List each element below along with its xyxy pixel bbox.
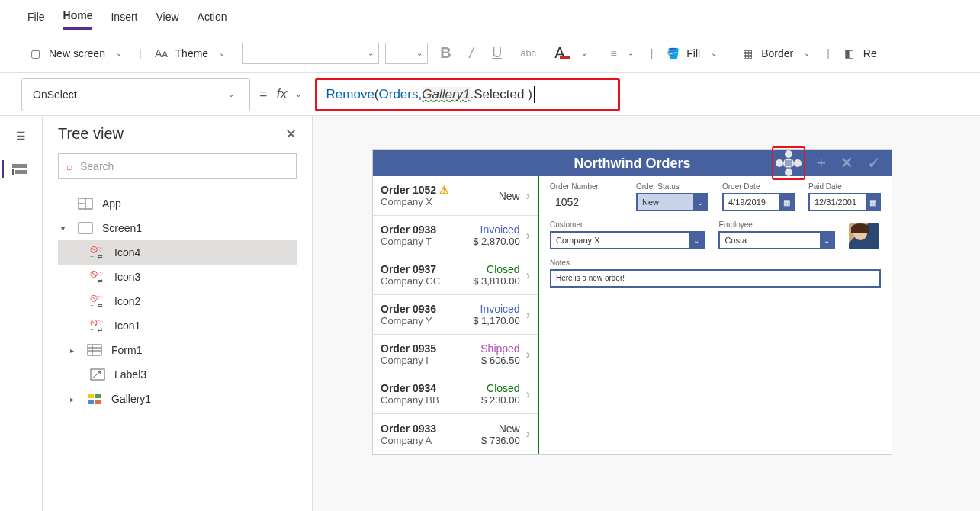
select-value: Company X [556, 236, 599, 245]
field-label: Notes [550, 259, 881, 267]
menu-file[interactable]: File [27, 5, 45, 29]
rail-tree-view[interactable] [2, 160, 31, 178]
theme-icon: Aᴀ [154, 47, 169, 59]
svg-text:♡: ♡ [98, 246, 103, 253]
svg-text:♡: ♡ [98, 295, 103, 302]
orders-gallery[interactable]: Order 1052⚠Company XNew›Order 0938Compan… [373, 176, 539, 454]
expand-icon[interactable]: ▸ [70, 395, 78, 403]
fx-button[interactable]: fx ⌄ [277, 86, 306, 102]
border-button[interactable]: ▦ Border ⌄ [734, 44, 821, 63]
header-icons: + ✕ ✓ [764, 150, 892, 176]
font-color-button[interactable]: A⌄ [548, 41, 598, 65]
tree-node-icon3[interactable]: 🚫♡+⇄ Icon3 [58, 265, 297, 289]
border-label: Border [761, 47, 793, 59]
theme-label: Theme [175, 47, 209, 59]
tree-node-form1[interactable]: ▸ Form1 [58, 338, 297, 362]
tree-node-icon2[interactable]: 🚫♡+⇄ Icon2 [58, 289, 297, 313]
close-icon[interactable]: ✕ [285, 126, 297, 143]
tree-node-icon4[interactable]: 🚫♡+⇄ Icon4 [58, 240, 297, 265]
theme-button[interactable]: Aᴀ Theme ⌄ [148, 44, 236, 63]
new-screen-button[interactable]: ▢ New screen ⌄ [21, 44, 133, 63]
chevron-right-icon: › [526, 189, 530, 203]
tree-label: Screen1 [102, 222, 142, 234]
border-icon: ▦ [740, 47, 755, 59]
tree-node-label3[interactable]: Label3 [58, 362, 297, 387]
menu-home[interactable]: Home [63, 3, 93, 30]
canvas[interactable]: Northwind Orders [313, 116, 980, 511]
calendar-icon: ▦ [779, 194, 793, 210]
rail-hamburger[interactable]: ☰ [12, 127, 31, 145]
notes-input[interactable]: Here is a new order! [550, 269, 881, 288]
underline-button[interactable]: U [486, 42, 508, 64]
gallery-row[interactable]: Order 0933Company ANew$ 736.00› [373, 414, 538, 454]
tree-label: App [102, 198, 121, 210]
tree-node-app[interactable]: App [58, 191, 297, 216]
svg-text:+: + [90, 278, 94, 284]
submit-icon[interactable]: ✓ [867, 153, 881, 173]
chevron-right-icon: › [526, 308, 530, 322]
svg-rect-21 [88, 345, 101, 355]
property-selector[interactable]: OnSelect ⌄ [21, 78, 250, 111]
order-id: Order 0936 [381, 303, 468, 315]
svg-rect-26 [88, 394, 94, 398]
separator: | [827, 47, 830, 59]
menu-view[interactable]: View [156, 5, 178, 29]
order-date-input[interactable]: 4/19/2019▦ [722, 193, 795, 211]
paid-date-input[interactable]: 12/31/2001▦ [808, 193, 881, 211]
svg-text:⇄: ⇄ [98, 278, 103, 284]
italic-button[interactable]: / [464, 41, 480, 65]
tree-node-icon1[interactable]: 🚫♡+⇄ Icon1 [58, 313, 297, 338]
date-value: 4/19/2019 [728, 198, 766, 207]
menu-insert[interactable]: Insert [111, 5, 137, 29]
gallery-row[interactable]: Order 0937Company CCClosed$ 3,810.00› [373, 256, 538, 295]
bold-button[interactable]: B [434, 41, 457, 65]
order-status-select[interactable]: New⌄ [636, 193, 708, 211]
gallery-row[interactable]: Order 1052⚠Company XNew› [373, 176, 538, 216]
reorder-button[interactable]: ◧ Re [836, 44, 883, 63]
expand-icon[interactable]: ▸ [70, 346, 78, 355]
reorder-icon: ◧ [842, 47, 857, 59]
order-amount: $ 2,870.00 [468, 236, 520, 247]
employee-select[interactable]: Costa⌄ [718, 231, 835, 249]
field-label: Order Number [550, 182, 622, 191]
svg-rect-25 [91, 369, 104, 380]
text-caret [534, 86, 535, 103]
collapse-icon[interactable]: ▾ [61, 224, 69, 233]
separator: | [651, 47, 654, 59]
strike-button[interactable]: abc [514, 44, 542, 62]
svg-rect-28 [88, 400, 94, 404]
app-preview: Northwind Orders [372, 149, 892, 455]
gallery-row[interactable]: Order 0934Company BBClosed$ 230.00› [373, 374, 538, 414]
fill-button[interactable]: 🪣 Fill ⌄ [659, 44, 728, 63]
formula-bar: OnSelect ⌄ = fx ⌄ Remove ( Orders , Gall… [0, 73, 980, 116]
svg-text:+: + [90, 253, 94, 260]
search-placeholder: Search [80, 160, 114, 172]
font-size-combo[interactable]: ⌄ [385, 43, 428, 64]
tree-search-input[interactable]: ⌕ Search [58, 153, 297, 179]
font-family-combo[interactable]: ⌄ [242, 43, 379, 64]
field-label: Employee [718, 220, 835, 229]
order-id: Order 0934 [381, 382, 468, 394]
svg-text:⇄: ⇄ [98, 302, 103, 309]
label-icon [88, 368, 107, 381]
gallery-row[interactable]: Order 0935Company IShipped$ 606.50› [373, 335, 538, 374]
menu-action[interactable]: Action [198, 5, 227, 29]
add-icon[interactable]: + [816, 153, 826, 173]
order-amount: $ 736.00 [468, 435, 520, 446]
cancel-icon[interactable]: ✕ [840, 153, 853, 173]
tree-label: Icon3 [114, 271, 140, 283]
company-name: Company BB [381, 394, 468, 406]
field-label: Paid Date [808, 182, 881, 191]
search-icon: ⌕ [66, 160, 72, 172]
align-button[interactable]: ≡⌄ [604, 44, 644, 63]
equals-sign: = [259, 86, 268, 102]
icons-group-icon: 🚫♡+⇄ [88, 319, 107, 333]
tree-node-gallery1[interactable]: ▸ Gallery1 [58, 387, 297, 411]
gallery-row[interactable]: Order 0936Company YInvoiced$ 1,170.00› [373, 295, 538, 335]
customer-select[interactable]: Company X⌄ [550, 231, 705, 249]
gallery-row[interactable]: Order 0938Company TInvoiced$ 2,870.00› [373, 216, 538, 256]
formula-input[interactable]: Remove ( Orders , Gallery1 .Selected ) [315, 78, 620, 111]
order-id: Order 0937 [381, 263, 468, 275]
trash-icon-selected[interactable] [775, 149, 802, 177]
tree-node-screen1[interactable]: ▾ Screen1 [58, 216, 297, 240]
